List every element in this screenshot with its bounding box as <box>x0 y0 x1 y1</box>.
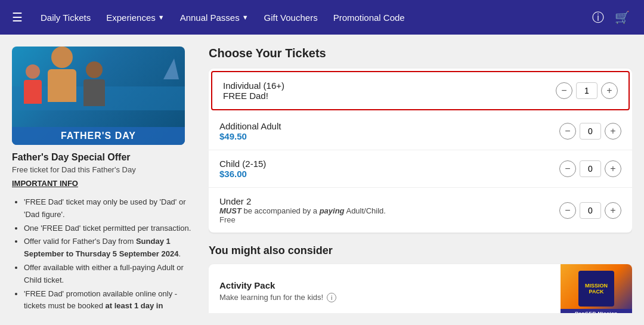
tickets-container: Individual (16+) FREE Dad! − 1 + Additio… <box>209 69 632 233</box>
ticket-info-individual: Individual (16+) FREE Dad! <box>223 81 556 101</box>
navbar: ☰ Daily Tickets Experiences ▼ Annual Pas… <box>0 0 644 35</box>
offer-title: Father's Day Special Offer <box>12 152 197 163</box>
bullet-list: 'FREE Dad' ticket may only be used by 'D… <box>12 196 197 313</box>
list-item: 'FREE Dad' promotion available online on… <box>24 288 197 313</box>
hero-figures <box>12 47 185 127</box>
hero-label: FATHER'S DAY <box>12 127 185 145</box>
child-figure-1 <box>24 64 42 104</box>
help-icon[interactable]: ⓘ <box>590 7 606 28</box>
ticket-controls-under2: − 0 + <box>559 202 621 219</box>
father-figure <box>48 47 76 102</box>
nav-daily-tickets[interactable]: Daily Tickets <box>35 8 97 27</box>
list-item: 'FREE Dad' ticket may only be used by 'D… <box>24 196 197 221</box>
list-item: Offer valid for Father's Day from Sunday… <box>24 236 197 261</box>
important-info-link[interactable]: IMPORTANT INFO <box>12 179 78 188</box>
ticket-name-child: Child (2-15) <box>219 159 559 169</box>
individual-decrease-btn[interactable]: − <box>556 82 572 99</box>
ticket-info-under2: Under 2 MUST be accompanied by a paying … <box>219 196 559 224</box>
under2-increase-btn[interactable]: + <box>605 202 621 219</box>
ticket-controls-child: − 0 + <box>559 160 621 177</box>
bold-dates: Sunday 1 September to Thursday 5 Septemb… <box>24 237 178 258</box>
additional-decrease-btn[interactable]: − <box>559 123 576 140</box>
ticket-controls-additional: − 0 + <box>559 123 621 140</box>
ticket-info-additional: Additional Adult $49.50 <box>219 121 559 141</box>
consider-text: Activity Pack Make learning fun for the … <box>209 271 561 312</box>
additional-qty-display: 0 <box>580 123 601 140</box>
ticket-row-under2: Under 2 MUST be accompanied by a paying … <box>209 188 632 233</box>
left-panel: FATHER'S DAY Father's Day Special Offer … <box>12 47 197 313</box>
main-content: FATHER'S DAY Father's Day Special Offer … <box>0 35 644 325</box>
offer-subtitle: Free ticket for Dad this Father's Day <box>12 165 197 174</box>
cart-icon[interactable]: 🛒 <box>612 8 632 27</box>
ticket-info-child: Child (2-15) $36.00 <box>219 159 559 179</box>
consider-image: MISSIONPACK RanGER Mission <box>561 264 632 313</box>
consider-card: Activity Pack Make learning fun for the … <box>209 264 632 313</box>
consider-card-name: Activity Pack <box>219 280 550 290</box>
individual-qty-display: 1 <box>576 82 597 99</box>
hamburger-menu[interactable]: ☰ <box>12 10 23 24</box>
child-figure-2 <box>83 61 105 106</box>
list-item: Offer available with either a full-payin… <box>24 262 197 287</box>
child-decrease-btn[interactable]: − <box>559 160 576 177</box>
bold-advance: at least 1 day in advance <box>24 301 163 313</box>
individual-increase-btn[interactable]: + <box>601 82 618 99</box>
ticket-row-individual: Individual (16+) FREE Dad! − 1 + <box>211 71 630 110</box>
consider-title: You might also consider <box>209 244 632 257</box>
father-body <box>48 69 76 102</box>
child-increase-btn[interactable]: + <box>605 160 621 177</box>
nav-links: Daily Tickets Experiences ▼ Annual Passe… <box>35 8 590 27</box>
annual-passes-chevron-icon: ▼ <box>242 14 249 21</box>
right-panel: Choose Your Tickets Individual (16+) FRE… <box>209 47 632 313</box>
nav-gift-vouchers[interactable]: Gift Vouchers <box>258 8 324 27</box>
choose-tickets-title: Choose Your Tickets <box>209 47 632 60</box>
nav-annual-passes[interactable]: Annual Passes ▼ <box>174 8 255 27</box>
nav-experiences[interactable]: Experiences ▼ <box>100 8 170 27</box>
list-item: One 'FREE Dad' ticket permitted per tran… <box>24 222 197 235</box>
ticket-row-child: Child (2-15) $36.00 − 0 + <box>209 150 632 188</box>
ranger-badge-label: RanGER Mission <box>561 309 632 313</box>
ticket-controls-individual: − 1 + <box>556 82 618 99</box>
father-head <box>51 47 73 68</box>
child2-body <box>83 79 105 106</box>
child-qty-display: 0 <box>580 160 601 177</box>
child2-head <box>86 61 103 78</box>
shark-fin-icon <box>163 58 179 79</box>
under2-decrease-btn[interactable]: − <box>559 202 576 219</box>
ticket-price-child: $36.00 <box>219 169 559 179</box>
ticket-name-under2: Under 2 <box>219 196 559 206</box>
additional-increase-btn[interactable]: + <box>605 123 621 140</box>
experiences-chevron-icon: ▼ <box>158 14 165 21</box>
ranger-pack-visual: MISSIONPACK <box>578 271 614 307</box>
ticket-name-additional: Additional Adult <box>219 121 559 131</box>
nav-icons: ⓘ 🛒 <box>590 7 632 28</box>
ticket-row-additional-adult: Additional Adult $49.50 − 0 + <box>209 113 632 150</box>
consider-info-icon[interactable]: i <box>327 293 336 302</box>
under2-qty-display: 0 <box>580 202 601 219</box>
nav-promotional-code[interactable]: Promotional Code <box>327 8 411 27</box>
ticket-free-label-under2: Free <box>219 215 559 224</box>
ticket-must-text: MUST be accompanied by a paying Adult/Ch… <box>219 206 559 215</box>
ticket-free-dad-label: FREE Dad! <box>223 91 556 101</box>
ticket-price-additional: $49.50 <box>219 131 559 141</box>
ticket-name-individual: Individual (16+) <box>223 81 556 91</box>
child1-body <box>24 80 42 104</box>
consider-card-desc: Make learning fun for the kids! i <box>219 293 550 302</box>
hero-image: FATHER'S DAY <box>12 47 185 145</box>
child1-head <box>26 64 40 79</box>
